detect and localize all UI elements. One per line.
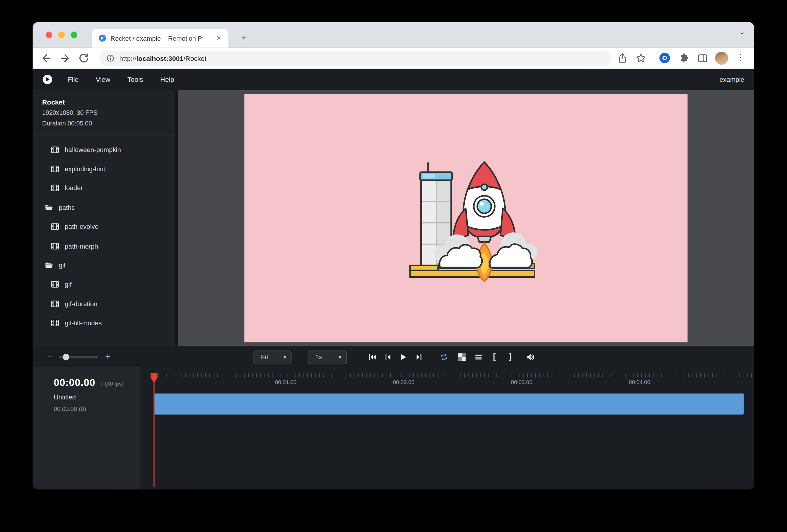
size-fit-dropdown[interactable]: Fit ▾	[254, 350, 292, 364]
tab-search-chevron-icon[interactable]: ⌄	[739, 27, 745, 36]
sidebar-item-halloween-pumpkin[interactable]: halloween-pumpkin	[33, 140, 175, 159]
zoom-slider-knob[interactable]	[63, 354, 69, 360]
composition-info: Rocket 1920x1080, 30 FPS Duration 00:05.…	[33, 90, 175, 127]
bookmark-star-icon[interactable]	[635, 53, 646, 64]
browser-tab[interactable]: Rocket / example – Remotion P ✕	[92, 29, 228, 48]
remotion-favicon-icon	[99, 35, 106, 42]
transparency-checkerboard-button[interactable]	[456, 352, 467, 361]
playhead-pin[interactable]	[151, 373, 157, 382]
page-info-icon[interactable]	[106, 54, 114, 62]
film-icon	[51, 242, 59, 250]
browser-menu-kebab-icon[interactable]: ⋮	[736, 52, 745, 63]
menu-help[interactable]: Help	[152, 76, 183, 84]
composition-title: Rocket	[42, 98, 175, 106]
playhead-line[interactable]	[153, 374, 154, 487]
set-in-point-button[interactable]: [	[491, 351, 498, 363]
sidebar-item-label: exploding-bird	[65, 165, 106, 173]
close-window-button[interactable]	[46, 31, 52, 38]
preview-area	[178, 90, 754, 346]
composition-resolution: 1920x1080, 30 FPS	[42, 109, 175, 116]
browser-window: Rocket / example – Remotion P ✕ + ⌄	[33, 22, 754, 489]
film-icon	[51, 145, 59, 154]
current-frame-display: 0 (30 fps)	[100, 381, 124, 386]
composition-list: halloween-pumpkin exploding-bird loader	[33, 135, 175, 333]
sidebar-item-gif-fill-modes[interactable]: gif-fill-modes	[33, 314, 175, 333]
tab-close-icon[interactable]: ✕	[214, 34, 224, 43]
sidebar-item-gif[interactable]: gif	[33, 275, 175, 294]
play-button[interactable]	[397, 352, 408, 361]
forward-button[interactable]	[60, 53, 70, 64]
menu-file[interactable]: File	[59, 76, 87, 84]
render-queue-menu-button[interactable]	[473, 352, 484, 361]
speed-label: 1x	[315, 354, 322, 361]
new-tab-button[interactable]: +	[237, 31, 250, 45]
password-manager-extension-icon[interactable]	[659, 53, 670, 63]
project-name-label: example	[720, 76, 744, 84]
loop-toggle-button[interactable]	[438, 352, 449, 361]
film-icon	[51, 184, 59, 192]
sidebar-item-path-evolve[interactable]: path-evolve	[33, 217, 175, 236]
timeline-zoom-slider[interactable]	[59, 356, 98, 358]
page-background: Rocket / example – Remotion P ✕ + ⌄	[0, 0, 787, 532]
compositions-sidebar: Rocket 1920x1080, 30 FPS Duration 00:05.…	[33, 90, 175, 346]
film-icon	[51, 319, 59, 327]
sidebar-resize-handle[interactable]	[175, 90, 178, 346]
rocket-illustration	[244, 94, 687, 342]
timeline-ruler[interactable]	[154, 374, 754, 378]
menu-tools[interactable]: Tools	[119, 76, 152, 84]
sidebar-item-label: gif	[65, 281, 71, 289]
sidebar-item-path-morph[interactable]: path-morph	[33, 236, 175, 256]
set-out-point-button[interactable]: ]	[507, 351, 514, 363]
sidebar-item-loader[interactable]: loader	[33, 178, 175, 198]
track-name: Untitled	[54, 393, 76, 401]
tab-title: Rocket / example – Remotion P	[110, 34, 214, 42]
sidebar-folder-gif[interactable]: gif	[33, 256, 175, 275]
sidebar-item-label: loader	[65, 185, 83, 192]
film-icon	[51, 300, 59, 308]
minimize-window-button[interactable]	[58, 31, 65, 38]
composition-duration: Duration 00:05.00	[42, 120, 175, 127]
jump-to-end-button[interactable]	[413, 352, 425, 361]
main-area: Rocket 1920x1080, 30 FPS Duration 00:05.…	[33, 90, 754, 346]
sidebar-item-label: halloween-pumpkin	[65, 146, 121, 153]
playback-speed-dropdown[interactable]: 1x ▾	[307, 350, 347, 364]
sidebar-item-label: gif-fill-modes	[65, 319, 102, 327]
extensions-puzzle-icon[interactable]	[678, 53, 689, 64]
current-time-display: 00:00.00	[54, 377, 95, 388]
profile-avatar[interactable]	[715, 52, 728, 65]
ruler-label: 00:01.00	[275, 379, 297, 385]
url-omnibox[interactable]: http://localhost:3001/Rocket	[100, 51, 611, 66]
timeline-zoom-in-button[interactable]: +	[102, 350, 113, 363]
timeline-panel: 00:00.00 0 (30 fps) Untitled 00:00.00 (0…	[33, 367, 754, 489]
track-time-meta: 00:00.00 (0)	[54, 406, 86, 413]
sidebar-item-exploding-bird[interactable]: exploding-bird	[33, 159, 175, 178]
ruler-label: 00:04.00	[629, 379, 650, 385]
sidebar-item-label: gif	[59, 261, 66, 269]
sidebar-item-gif-duration[interactable]: gif-duration	[33, 294, 175, 313]
remotion-logo-icon[interactable]	[43, 75, 52, 84]
back-button[interactable]	[41, 53, 52, 64]
folder-open-icon	[45, 203, 53, 212]
chevron-down-icon: ▾	[339, 354, 341, 360]
previous-frame-button[interactable]	[382, 352, 393, 361]
address-bar: http://localhost:3001/Rocket	[33, 48, 754, 69]
jump-to-start-button[interactable]	[366, 352, 377, 361]
player-canvas[interactable]	[244, 94, 687, 342]
timeline-left-panel: 00:00.00 0 (30 fps) Untitled 00:00.00 (0…	[33, 367, 141, 489]
film-icon	[51, 165, 59, 173]
sidebar-item-label: paths	[59, 204, 75, 211]
share-button[interactable]	[617, 53, 628, 64]
folder-open-icon	[45, 261, 53, 270]
url-text: http://localhost:3001/Rocket	[120, 54, 207, 62]
menu-view[interactable]: View	[87, 76, 119, 84]
transport-toolbar: − + Fit ▾ 1x ▾	[33, 346, 754, 367]
reload-button[interactable]	[78, 53, 89, 64]
sidebar-folder-paths[interactable]: paths	[33, 198, 175, 217]
volume-button[interactable]	[525, 352, 535, 361]
remotion-menubar: File View Tools Help example	[33, 69, 754, 90]
chevron-down-icon: ▾	[283, 354, 286, 360]
fullscreen-window-button[interactable]	[71, 31, 77, 38]
side-panel-icon[interactable]	[697, 53, 708, 64]
timeline-zoom-out-button[interactable]: −	[45, 350, 56, 363]
timeline-track-bar[interactable]	[154, 393, 744, 414]
